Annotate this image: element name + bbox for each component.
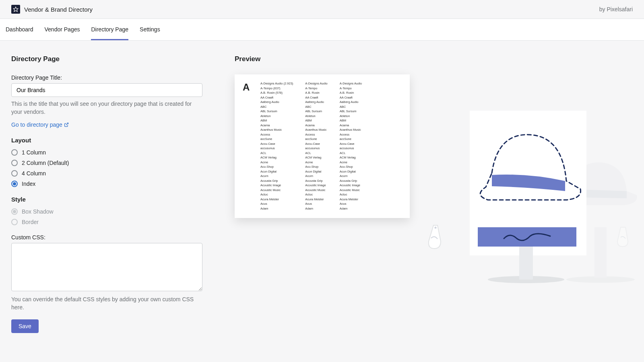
- preview-brand-item: ACL: [260, 151, 293, 156]
- preview-brand-item: ABC: [305, 105, 327, 109]
- preview-brand-item: Acoustic Music: [340, 188, 362, 193]
- radio-icon: [11, 170, 18, 177]
- preview-brand-item: Accu-Case: [260, 142, 293, 146]
- preview-brand-item: A.B. Rosin: [340, 91, 362, 95]
- preview-brand-item: ABM: [260, 119, 293, 123]
- preview-col-3: A-Designs AudioA-TempoA.B. RosinAA Craaf…: [340, 82, 362, 211]
- preview-area: A A-Designs Audio (2.923)A-Tempo (637)A.…: [235, 74, 633, 292]
- preview-brand-item: Acme: [340, 160, 362, 165]
- svg-point-8: [435, 227, 437, 229]
- preview-brand-item: Acorn: [305, 174, 327, 179]
- custom-css-input[interactable]: [11, 243, 202, 291]
- preview-brand-item: Aalberg Audio: [340, 100, 362, 105]
- svg-rect-3: [594, 227, 607, 278]
- preview-brand-item: AA Craaft: [260, 96, 293, 100]
- radio-icon: [11, 181, 18, 187]
- preview-brand-item: Acme: [260, 160, 293, 165]
- preview-brand-item: Ableton: [260, 114, 293, 119]
- preview-brand-item: accSone: [340, 137, 362, 142]
- layout-option-4col[interactable]: 4 Column: [11, 170, 202, 177]
- preview-brand-item: Accu-Case: [305, 142, 327, 146]
- preview-brand-item: accusonus: [305, 146, 327, 151]
- tab-vendor-pages[interactable]: Vendor Pages: [45, 19, 80, 40]
- preview-brand-item: ACL: [305, 151, 327, 156]
- preview-brand-item: Aco-Shop: [340, 165, 362, 169]
- radio-label: 2 Column (Default): [22, 160, 69, 166]
- go-to-directory-link[interactable]: Go to directory page: [11, 121, 69, 128]
- preview-brand-item: Acanthus Music: [340, 128, 362, 132]
- preview-brand-item: Access: [260, 133, 293, 137]
- preview-brand-item: Adam: [260, 207, 293, 211]
- title-label: Directory Page Title:: [11, 74, 202, 81]
- preview-brand-item: ABM: [305, 119, 327, 123]
- preview-brand-item: Acorn: [340, 174, 362, 179]
- preview-brand-item: Acura Meister: [305, 197, 327, 202]
- save-button[interactable]: Save: [11, 319, 39, 333]
- tab-directory-page[interactable]: Directory Page: [91, 19, 128, 40]
- preview-brand-item: Acama: [260, 123, 293, 128]
- settings-column: Directory Page Directory Page Title: Thi…: [11, 55, 202, 333]
- title-input[interactable]: [11, 83, 202, 97]
- nav-tabs: Dashboard Vendor Pages Directory Page Se…: [0, 19, 644, 41]
- preview-brand-item: A.B. Rosin: [305, 91, 327, 95]
- radio-label: 4 Column: [22, 170, 46, 177]
- preview-brand-item: AA Craaft: [305, 96, 327, 100]
- preview-brand-item: Aco-Shop: [260, 165, 293, 169]
- preview-brand-item: Acoustic Music: [260, 188, 293, 193]
- preview-brand-item: Acoustic Image: [340, 183, 362, 188]
- preview-brand-item: Actoc: [305, 193, 327, 197]
- preview-brand-item: Acus: [305, 202, 327, 206]
- layout-option-2col[interactable]: 2 Column (Default): [11, 160, 202, 166]
- preview-brand-item: A-Designs Audio (2.923): [260, 82, 293, 86]
- preview-brand-item: A-Tempo (637): [260, 86, 293, 91]
- preview-brand-item: Acorn: [260, 174, 293, 179]
- app-header: Vendor & Brand Directory by Pixelsafari: [0, 0, 644, 19]
- tab-dashboard[interactable]: Dashboard: [6, 19, 33, 40]
- preview-brand-item: Aalberg Audio: [260, 100, 293, 105]
- preview-brand-item: Acanthus Music: [260, 128, 293, 132]
- preview-brand-item: Adam: [305, 207, 327, 211]
- preview-brand-item: Actoc: [340, 193, 362, 197]
- preview-col-2: A-Designs AudioA-TempoA.B. RosinAA Craaf…: [305, 82, 327, 211]
- css-help: You can override the default CSS styles …: [11, 296, 202, 311]
- svg-line-1: [66, 123, 68, 125]
- preview-brand-item: accSone: [260, 137, 293, 142]
- preview-brand-item: Acon Digital: [305, 170, 327, 174]
- preview-brand-item: Acura Meister: [340, 197, 362, 202]
- radio-label: Border: [22, 219, 39, 225]
- preview-brand-item: Acoustic Music: [305, 188, 327, 193]
- preview-brand-item: Acousta Grip: [260, 179, 293, 183]
- hat-illustration: [407, 111, 641, 288]
- svg-rect-7: [478, 227, 576, 247]
- radio-icon: [11, 149, 18, 156]
- preview-brand-item: Acus: [260, 202, 293, 206]
- preview-brand-item: Acama: [340, 123, 362, 128]
- tab-settings[interactable]: Settings: [140, 19, 160, 40]
- preview-column: Preview: [235, 55, 633, 333]
- byline: by Pixelsafari: [599, 6, 633, 12]
- preview-brand-item: ABL Sursum: [305, 109, 327, 114]
- preview-brand-item: A-Designs Audio: [340, 82, 362, 86]
- layout-radio-group: 1 Column 2 Column (Default) 4 Column Ind…: [11, 149, 202, 187]
- preview-index-letter: A: [243, 82, 252, 211]
- preview-brand-item: ABC: [340, 105, 362, 109]
- preview-brand-item: A-Tempo: [305, 86, 327, 91]
- preview-brand-item: Acura Meister: [260, 197, 293, 202]
- preview-brand-item: A-Tempo: [340, 86, 362, 91]
- style-heading: Style: [11, 196, 202, 203]
- layout-option-1col[interactable]: 1 Column: [11, 149, 202, 156]
- external-link-icon: [64, 122, 69, 127]
- preview-brand-item: AA Craaft: [340, 96, 362, 100]
- preview-brand-item: ABL Sursum: [260, 109, 293, 114]
- radio-icon: [11, 219, 18, 225]
- preview-brand-item: Actoc: [260, 193, 293, 197]
- preview-brand-item: ACM Verlag: [305, 156, 327, 160]
- layout-heading: Layout: [11, 137, 202, 144]
- preview-brand-item: ABL Sursum: [340, 109, 362, 114]
- title-help: This is the title that you will see on y…: [11, 100, 202, 116]
- preview-brand-item: Acousta Grip: [340, 179, 362, 183]
- radio-label: Index: [22, 181, 35, 187]
- preview-brand-item: Acama: [305, 123, 327, 128]
- preview-brand-item: A.B. Rosin (578): [260, 91, 293, 95]
- layout-option-index[interactable]: Index: [11, 181, 202, 187]
